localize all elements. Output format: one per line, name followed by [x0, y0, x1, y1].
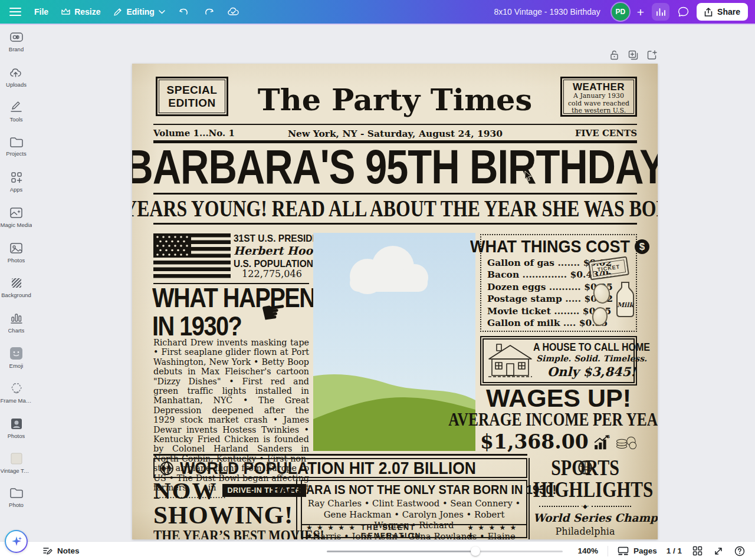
- notes-button[interactable]: Notes: [42, 546, 80, 556]
- duplicate-page-icon[interactable]: [628, 50, 639, 61]
- add-member-button[interactable]: +: [637, 6, 644, 18]
- sidebar-label: Tools: [9, 116, 22, 123]
- sidebar-item-photos-thumb[interactable]: Photos: [0, 417, 32, 453]
- stars-names-line: Ray Charles • Clint Eastwood • Sean Conn…: [307, 498, 521, 509]
- menu-icon[interactable]: [9, 8, 21, 16]
- masthead-title[interactable]: The Party Times: [232, 77, 557, 123]
- redo-button[interactable]: [203, 6, 215, 18]
- resize-button[interactable]: Resize: [61, 7, 100, 17]
- sidebar-label: Projects: [6, 150, 26, 157]
- canva-assistant-button[interactable]: [5, 530, 28, 553]
- file-menu[interactable]: File: [34, 7, 48, 17]
- president-block[interactable]: 31ST U.S. PRESIDENT Herbert Hoover U.S. …: [234, 233, 310, 280]
- sidebar-item-uploads[interactable]: Uploads: [0, 66, 32, 101]
- page-controls: [609, 50, 658, 61]
- zoom-slider-handle[interactable]: [471, 546, 480, 556]
- us-flag-illustration[interactable]: [153, 233, 231, 279]
- wages-subtitle-text: AVERAGE INCOME PER YEAR: [448, 410, 658, 430]
- document-title[interactable]: 8x10 Vintage - 1930 Birthday: [494, 7, 600, 17]
- house-title: A HOUSE TO CALL HOME: [533, 342, 650, 354]
- add-page-icon[interactable]: [646, 50, 658, 61]
- grid-view-button[interactable]: [691, 545, 703, 557]
- price-label[interactable]: FIVE CENTS: [575, 128, 637, 139]
- share-button[interactable]: Share: [697, 3, 748, 21]
- ornament-divider: ·◆·: [539, 503, 631, 509]
- sidebar-item-brand[interactable]: Brand: [0, 31, 32, 66]
- fullscreen-button[interactable]: [713, 545, 724, 557]
- projects-icon: [9, 136, 24, 148]
- main-headline-text: BARBARA'S 95TH BIRTHDAY: [132, 139, 658, 195]
- divider: [153, 193, 637, 195]
- bottom-status-bar: Notes 140% Pages 1 / 1: [0, 541, 755, 560]
- wages-title[interactable]: WAGES UP!: [480, 385, 637, 411]
- pointing-hand-icon: ☛: [259, 295, 289, 328]
- brand-icon: [9, 31, 24, 44]
- silent-generation-label: THE SILENT GENERATION: [361, 523, 467, 540]
- redo-icon: [203, 8, 214, 17]
- pages-button[interactable]: Pages: [618, 546, 657, 556]
- sports-highlights-block[interactable]: SPORTS HIGHLIGHTS ·◆· World Series Champ…: [533, 457, 637, 539]
- weather-box[interactable]: WEATHER A January 1930 cold wave reached…: [560, 77, 637, 117]
- sparkle-icon: [10, 535, 23, 548]
- sidebar-label: Photos: [8, 433, 25, 439]
- sidebar-item-vintage-texture[interactable]: Vintage Tex...: [0, 452, 32, 487]
- undo-icon: [179, 8, 189, 17]
- divider: [528, 458, 530, 539]
- milk-bottle-illustration: Milk: [615, 281, 636, 318]
- population-banner[interactable]: WORLD POPULATION HIT 2.07 BILLION: [153, 458, 527, 478]
- editing-label: Editing: [126, 7, 154, 17]
- sub-headline[interactable]: 95 YEARS YOUNG! READ ALL ABOUT THE YEAR …: [132, 195, 658, 222]
- ticket-label: TICKET: [597, 263, 621, 272]
- costs-box[interactable]: WHAT THINGS COST $ Gallon of gas .......…: [480, 234, 637, 332]
- main-headline[interactable]: BARBARA'S 95TH BIRTHDAY: [132, 142, 658, 192]
- sidebar-label: Vintage Tex...: [1, 467, 32, 474]
- help-button[interactable]: [734, 545, 746, 557]
- now-showing-word2: SHOWING!: [153, 502, 294, 528]
- wages-amount: $1,368.00: [480, 430, 589, 453]
- insights-button[interactable]: [652, 3, 669, 21]
- sidebar-item-emoji[interactable]: Emoji: [0, 347, 32, 382]
- sidebar-item-apps[interactable]: Apps: [0, 171, 32, 206]
- sidebar-item-frame-maker[interactable]: Frame Maker: [0, 382, 32, 417]
- sub-headline-text: 95 YEARS YOUNG! READ ALL ABOUT THE YEAR …: [132, 195, 658, 221]
- sidebar-label: Photo: [9, 502, 24, 508]
- zoom-slider[interactable]: [327, 546, 563, 556]
- cloud-save-status-icon[interactable]: [228, 6, 239, 18]
- sidebar-label: Charts: [8, 327, 25, 334]
- undo-button[interactable]: [178, 6, 190, 18]
- costs-title: WHAT THINGS COST: [470, 236, 630, 257]
- sidebar-label: Frame Maker: [1, 397, 32, 404]
- sidebar-item-tools[interactable]: Tools: [0, 101, 32, 136]
- house-ad-box[interactable]: A HOUSE TO CALL HOME Simple. Solid. Time…: [480, 336, 637, 386]
- special-edition-box[interactable]: SPECIAL EDITION: [156, 77, 228, 116]
- what-happened-line2: IN 1930?: [152, 312, 241, 340]
- cloud-check-icon: [228, 7, 239, 17]
- sidebar-item-photo-folder[interactable]: Photo: [0, 487, 32, 523]
- house-tagline: Simple. Solid. Timeless.: [533, 353, 650, 364]
- sidebar-item-projects[interactable]: Projects: [0, 136, 32, 172]
- sidebar-label: Emoji: [9, 363, 24, 369]
- design-canvas[interactable]: SPECIAL EDITION The Party Times WEATHER …: [132, 64, 658, 539]
- divider: [153, 223, 637, 225]
- avatar[interactable]: PD: [612, 3, 629, 21]
- dateline[interactable]: New York, NY - Saturday, August 24, 1930: [153, 128, 637, 139]
- sidebar-item-magic-media[interactable]: Magic Media: [0, 206, 32, 242]
- charts-icon: [9, 312, 24, 325]
- editing-mode-dropdown[interactable]: Editing: [113, 7, 165, 17]
- sidebar-item-photos[interactable]: Photos: [0, 242, 32, 277]
- pages-icon: [618, 546, 629, 556]
- info-row: Volume 1...No. 1 New York, NY - Saturday…: [153, 127, 637, 139]
- wages-subtitle[interactable]: AVERAGE INCOME PER YEAR: [480, 411, 637, 428]
- house-price: Only $3,845!: [533, 364, 650, 380]
- resize-label: Resize: [74, 7, 100, 17]
- sidebar-item-background[interactable]: Background: [0, 276, 32, 312]
- zoom-level[interactable]: 140%: [572, 546, 598, 555]
- comments-button[interactable]: [677, 6, 689, 18]
- comment-bubble-icon: [678, 6, 689, 17]
- sidebar-item-charts[interactable]: Charts: [0, 312, 32, 347]
- stars-born-box[interactable]: BARBARA IS NOT THE ONLY STAR BORN IN 193…: [301, 480, 527, 538]
- wages-amount-row[interactable]: $1,368.00 $: [480, 430, 637, 453]
- unlock-icon[interactable]: [609, 50, 620, 61]
- growth-chart-icon: $: [593, 431, 611, 453]
- page-indicator: 1 / 1: [667, 546, 682, 555]
